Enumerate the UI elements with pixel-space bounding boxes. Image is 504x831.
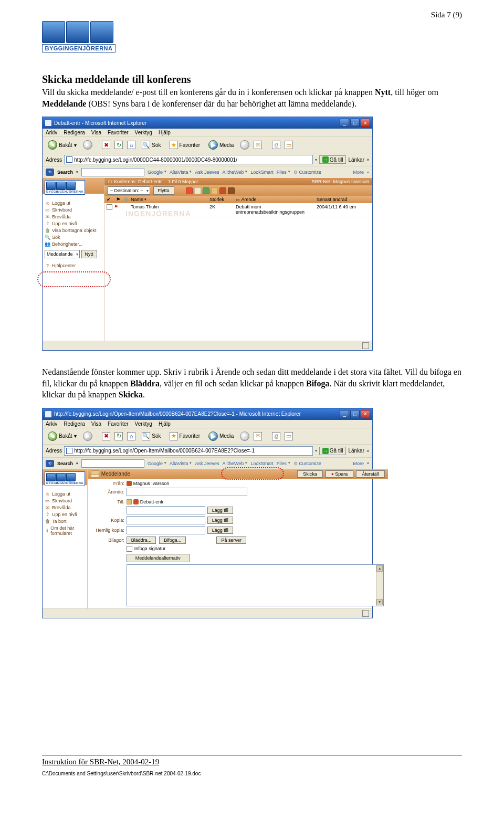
minimize-button[interactable]: _	[340, 119, 349, 127]
sidebar-om[interactable]: ℹOm det här formuläret	[45, 525, 85, 536]
meddelandealternativ-button[interactable]: Meddelandealternativ	[127, 554, 190, 562]
sidebar-behorigheter[interactable]: 👥Behörigheter...	[45, 241, 102, 247]
infoga-checkbox[interactable]	[127, 546, 132, 552]
menu-visa[interactable]: Visa	[91, 130, 101, 135]
address-input[interactable]: http://fc.bygging.se/Login/Open-Item/Mai…	[64, 446, 313, 456]
scroll-up-button[interactable]: ▲	[376, 565, 383, 572]
bcc-input[interactable]	[127, 526, 205, 534]
menu-visa[interactable]: Visa	[91, 421, 101, 427]
favorites-button[interactable]: ★Favoriter	[167, 140, 202, 150]
resize-handle-icon[interactable]	[362, 342, 369, 349]
sidebar-visaborttagna[interactable]: 🗑Visa borttagna objekt	[45, 227, 102, 233]
bladdra-button[interactable]: Bläddra...	[127, 537, 156, 544]
more-link[interactable]: More	[353, 170, 364, 175]
sidebar-tabort[interactable]: 🗑Ta bort	[45, 519, 85, 524]
forward-button[interactable]: ►	[83, 140, 92, 150]
bifoga-button[interactable]: Bifoga...	[159, 537, 186, 544]
refresh-button[interactable]: ↻	[114, 432, 123, 440]
menu-arkiv[interactable]: Arkiv	[46, 421, 57, 427]
menu-favoriter[interactable]: Favoriter	[108, 421, 128, 427]
sidebar-loggaut[interactable]: ⎋Logga ut	[45, 491, 85, 497]
action-icon[interactable]	[219, 187, 226, 194]
menu-favoriter[interactable]: Favoriter	[108, 130, 128, 135]
minimize-button[interactable]: _	[340, 410, 349, 418]
search-input[interactable]	[81, 168, 144, 176]
menu-hjalp[interactable]: Hjälp	[159, 130, 171, 135]
col-name[interactable]: Namn ▾	[129, 197, 207, 202]
sidebar-loggaut[interactable]: ⎋Logga ut	[45, 200, 102, 206]
customize-link[interactable]: ⚙ Customize	[293, 461, 321, 466]
search-link-altavista[interactable]: AltaVista	[170, 461, 188, 466]
search-button[interactable]: 🔍Sök	[140, 140, 163, 150]
media-button[interactable]: ▶Media	[206, 139, 236, 151]
history-button[interactable]: ◴	[240, 140, 249, 150]
search-link-files[interactable]: Files	[277, 170, 287, 175]
laggtill-button[interactable]: Lägg till	[207, 527, 233, 534]
destination-select[interactable]: – Destination: –	[108, 186, 150, 195]
search-link-looksmart[interactable]: LookSmart	[250, 170, 274, 175]
nytt-button[interactable]: Nytt	[81, 250, 97, 258]
go-button[interactable]: →Gå till	[319, 447, 346, 455]
refresh-button[interactable]: ↻	[114, 141, 123, 149]
row-checkbox[interactable]	[107, 204, 112, 210]
message-body-textarea[interactable]: ▲ ▼	[127, 564, 384, 606]
links-label[interactable]: Länkar	[348, 448, 364, 454]
flag-icon[interactable]	[186, 187, 193, 194]
col-subject[interactable]: ▭ Ärende	[234, 197, 314, 202]
search-link-google[interactable]: Google	[148, 170, 163, 175]
forward-button[interactable]: ►	[83, 432, 92, 441]
sidebar-brevlada[interactable]: ✉Brevlåda	[45, 505, 85, 511]
close-button[interactable]: ×	[361, 119, 370, 127]
col-check[interactable]: ✔	[104, 197, 114, 202]
search-link-altavista[interactable]: AltaVista	[170, 170, 188, 175]
mail-button[interactable]: ✉	[254, 141, 262, 149]
sidebar-skrivbord[interactable]: ▭Skrivbord	[45, 207, 102, 213]
media-button[interactable]: ▶Media	[206, 430, 236, 442]
spara-button[interactable]: ●Spara	[326, 470, 353, 478]
sidebar-skrivbord[interactable]: ▭Skrivbord	[45, 498, 85, 504]
print-button[interactable]: ⎙	[272, 432, 280, 440]
search-link-files[interactable]: Files	[277, 461, 287, 466]
history-button[interactable]: ◴	[240, 432, 249, 441]
links-label[interactable]: Länkar	[348, 157, 364, 163]
sidebar-sok[interactable]: 🔍Sök	[45, 234, 102, 240]
menu-redigera[interactable]: Redigera	[64, 130, 85, 135]
action-icon[interactable]	[228, 187, 235, 194]
favorites-button[interactable]: ★Favoriter	[167, 431, 202, 441]
menu-verktyg[interactable]: Verktyg	[135, 421, 152, 427]
sidebar-hjalpcenter[interactable]: ?Hjälpcenter	[45, 262, 102, 268]
print-button[interactable]: ⎙	[272, 141, 280, 149]
action-icon[interactable]	[203, 187, 209, 194]
scroll-down-button[interactable]: ▼	[376, 599, 383, 605]
home-button[interactable]: ⌂	[127, 141, 135, 149]
sidebar-brevlada[interactable]: ✉Brevlåda	[45, 214, 102, 219]
mail-button[interactable]: ✉	[254, 432, 262, 440]
address-input[interactable]: http://fc.bygging.se/Login/0000DC44-8000…	[64, 155, 313, 164]
search-link-askjeeves[interactable]: Ask Jeeves	[195, 461, 219, 466]
edit-button[interactable]: ▭	[285, 432, 293, 440]
laggtill-button[interactable]: Lägg till	[207, 517, 233, 524]
back-button[interactable]: ◄Bakåt ▾	[46, 139, 79, 151]
customize-link[interactable]: ⚙ Customize	[293, 170, 321, 175]
menu-hjalp[interactable]: Hjälp	[159, 421, 171, 427]
paserver-button[interactable]: På server	[216, 537, 246, 544]
search-link-alltheweb[interactable]: AlltheWeb	[222, 170, 244, 175]
search-button[interactable]: 🔍Sök	[140, 431, 163, 441]
maximize-button[interactable]: □	[350, 119, 360, 127]
action-icon[interactable]	[194, 187, 201, 194]
search-link-askjeeves[interactable]: Ask Jeeves	[195, 170, 219, 175]
col-size[interactable]: Storlek	[207, 197, 234, 202]
stop-button[interactable]: ✖	[102, 141, 110, 149]
search-link-looksmart[interactable]: LookSmart	[250, 461, 274, 466]
maximize-button[interactable]: □	[350, 410, 360, 418]
col-att[interactable]: 📎	[121, 197, 129, 202]
textarea-scrollbar[interactable]: ▲ ▼	[376, 565, 383, 606]
menu-arkiv[interactable]: Arkiv	[46, 130, 57, 135]
menu-verktyg[interactable]: Verktyg	[135, 130, 152, 135]
back-button[interactable]: ◄Bakåt ▾	[46, 430, 79, 442]
stop-button[interactable]: ✖	[102, 432, 110, 440]
go-button[interactable]: →Gå till	[319, 155, 346, 164]
home-button[interactable]: ⌂	[127, 432, 135, 440]
resize-handle-icon[interactable]	[362, 610, 369, 617]
menu-redigera[interactable]: Redigera	[64, 421, 85, 427]
